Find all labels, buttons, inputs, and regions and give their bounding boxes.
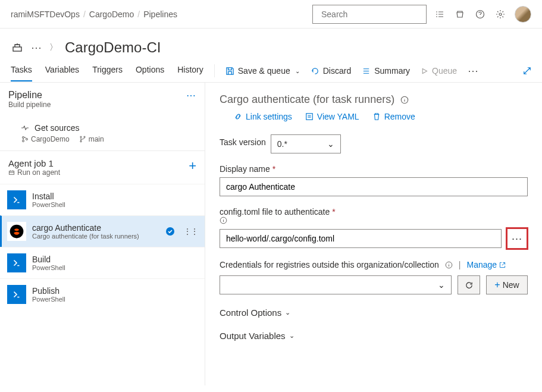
pipeline-title: CargoDemo-CI [65, 39, 161, 56]
task-sub: PowerShell [32, 296, 65, 303]
main: Pipeline Build pipeline ⋯ Get sources Ca… [0, 83, 542, 385]
task-cargo-authenticate[interactable]: cargo Authenticate Cargo authenticate (f… [0, 215, 205, 247]
task-sub: PowerShell [32, 264, 65, 271]
task-version-select[interactable]: 0.* ⌄ [271, 134, 341, 153]
agent-job-sub: Run on agent [8, 168, 60, 177]
pipeline-root-menu[interactable]: ⋯ [186, 90, 196, 101]
repo-icon [21, 136, 29, 143]
refresh-button[interactable] [458, 275, 480, 294]
manage-link[interactable]: Manage [467, 260, 506, 269]
list-icon [362, 67, 371, 76]
top-bar: ramiMSFTDevOps / CargoDemo / Pipelines [0, 0, 542, 29]
task-build[interactable]: Build PowerShell [0, 247, 205, 278]
save-queue-button[interactable]: Save & queue ⌄ [225, 66, 300, 76]
subheader: ⋯ 〉 CargoDemo-CI [0, 29, 542, 56]
svg-rect-4 [13, 47, 21, 51]
check-icon [165, 227, 175, 236]
yaml-icon [305, 112, 314, 121]
fullscreen-icon[interactable] [523, 67, 531, 75]
browse-file-button[interactable]: ··· [506, 228, 528, 249]
link-settings[interactable]: Link settings [234, 112, 292, 121]
config-file-label: config.toml file to authenticate * [220, 207, 342, 224]
org-breadcrumb: ramiMSFTDevOps / CargoDemo / Pipelines [11, 10, 177, 19]
cargo-icon [7, 222, 26, 241]
get-sources[interactable]: Get sources CargoDemo main [0, 117, 205, 150]
divider [214, 64, 215, 77]
svg-point-10 [80, 141, 82, 142]
tab-variables[interactable]: Variables [45, 65, 79, 81]
avatar[interactable] [515, 6, 531, 23]
powershell-icon [7, 285, 26, 304]
breadcrumb-section[interactable]: Pipelines [143, 10, 177, 19]
task-sub: PowerShell [32, 201, 65, 208]
svg-point-8 [80, 136, 82, 137]
get-sources-label: Get sources [35, 123, 79, 133]
agent-job-title: Agent job 1 [8, 158, 60, 168]
task-editor: Cargo authenticate (for task runners) Li… [205, 83, 542, 385]
chevron-down-icon: ⌄ [289, 332, 295, 340]
info-icon[interactable] [220, 217, 342, 224]
search-box[interactable] [312, 5, 427, 24]
task-sub: Cargo authenticate (for task runners) [32, 233, 139, 240]
new-credential-button[interactable]: +New [486, 275, 528, 294]
task-publish[interactable]: Publish PowerShell [0, 278, 205, 310]
credentials-row: Credentials for registries outside this … [220, 260, 528, 294]
tab-history[interactable]: History [177, 65, 203, 81]
agent-icon [8, 170, 15, 176]
drag-handle-icon[interactable]: ⋮⋮ [183, 227, 198, 236]
repo-label: CargoDemo [21, 135, 70, 143]
chevron-down-icon: ⌄ [285, 309, 290, 316]
branch-icon [79, 136, 86, 143]
undo-icon [311, 67, 319, 76]
pipeline-crumb-menu[interactable]: ⋯ [31, 41, 42, 54]
settings-icon[interactable] [494, 8, 506, 20]
help-icon[interactable] [474, 8, 486, 20]
queue-button[interactable]: Queue [421, 66, 457, 76]
work-items-icon[interactable] [434, 8, 446, 20]
info-icon[interactable] [445, 261, 453, 269]
config-file-input[interactable] [220, 229, 502, 248]
add-task-button[interactable]: + [189, 158, 196, 174]
task-version-label: Task version [220, 137, 266, 147]
tab-options[interactable]: Options [136, 65, 164, 81]
discard-button[interactable]: Discard [311, 66, 351, 76]
marketplace-icon[interactable] [454, 8, 466, 20]
control-options-section[interactable]: Control Options⌄ [220, 308, 528, 318]
view-yaml[interactable]: View YAML [305, 112, 359, 121]
toolbar-more[interactable]: ⋯ [468, 64, 479, 77]
output-variables-section[interactable]: Output Variables⌄ [220, 331, 528, 341]
play-icon [421, 67, 428, 75]
credentials-select[interactable]: ⌄ [220, 275, 452, 294]
sources-icon [20, 123, 30, 133]
tabs: Tasks Variables Triggers Options History [11, 65, 203, 81]
svg-rect-15 [306, 114, 313, 120]
branch-label: main [79, 135, 104, 143]
breadcrumb-org[interactable]: ramiMSFTDevOps [11, 10, 80, 19]
link-icon [234, 112, 242, 121]
task-name: Install [32, 192, 65, 201]
refresh-icon [465, 281, 474, 290]
tab-triggers[interactable]: Triggers [92, 65, 123, 81]
task-name: cargo Authenticate [32, 223, 139, 233]
svg-point-9 [84, 136, 85, 137]
pipeline-root[interactable]: Pipeline Build pipeline ⋯ [0, 83, 205, 117]
trash-icon [372, 112, 381, 121]
search-input[interactable] [321, 10, 425, 19]
svg-point-3 [499, 13, 502, 15]
summary-button[interactable]: Summary [362, 66, 410, 76]
task-name: Build [32, 255, 65, 264]
tab-tasks[interactable]: Tasks [11, 65, 32, 81]
task-install[interactable]: Install PowerShell [0, 184, 205, 215]
info-icon[interactable] [400, 96, 409, 104]
chevron-right-icon: 〉 [49, 42, 58, 53]
breadcrumb-project[interactable]: CargoDemo [89, 10, 134, 19]
chevron-down-icon: ⌄ [438, 280, 445, 290]
chevron-down-icon: ⌄ [327, 139, 334, 149]
save-icon [225, 67, 234, 76]
powershell-icon [7, 190, 26, 209]
display-name-input[interactable] [220, 177, 528, 196]
display-name-row: Display name * [220, 164, 528, 196]
svg-point-5 [23, 137, 24, 139]
remove-task[interactable]: Remove [372, 112, 415, 121]
agent-job[interactable]: Agent job 1 Run on agent + [0, 150, 205, 184]
